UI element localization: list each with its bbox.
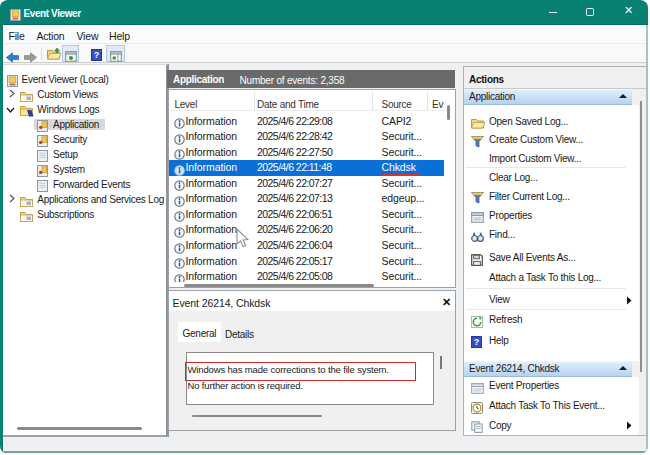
svg-text:?: ? bbox=[473, 337, 479, 347]
svg-text:?: ? bbox=[94, 50, 100, 60]
